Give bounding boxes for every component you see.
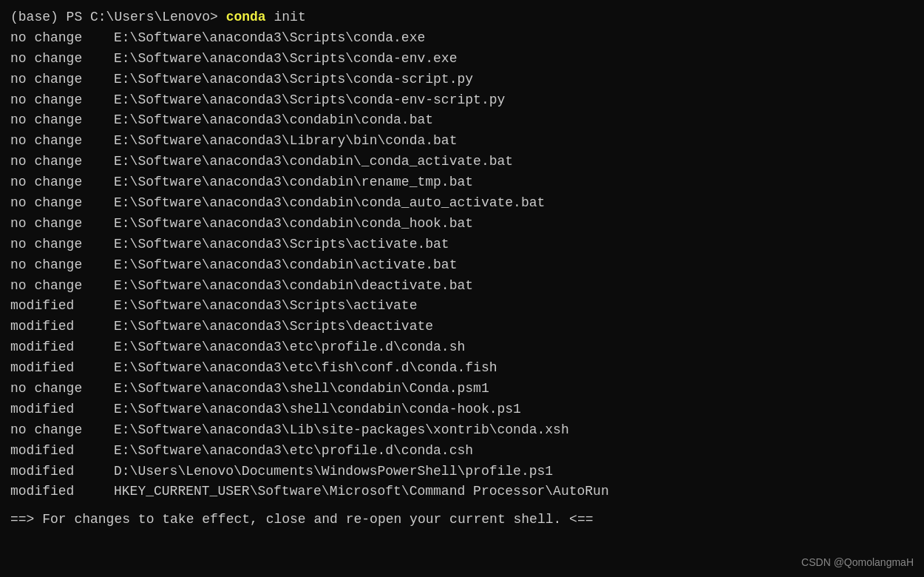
output-line: no changeE:\Software\anaconda3\condabin\… bbox=[10, 255, 914, 276]
summary-text: ==> For changes to take effect, close an… bbox=[10, 510, 594, 530]
status-label: no change bbox=[10, 214, 114, 234]
output-line: no changeE:\Software\anaconda3\condabin\… bbox=[10, 110, 914, 131]
status-label: modified bbox=[10, 337, 114, 358]
output-line: no changeE:\Software\anaconda3\Scripts\c… bbox=[10, 28, 914, 49]
output-line: no changeE:\Software\anaconda3\condabin\… bbox=[10, 193, 914, 214]
status-label: no change bbox=[10, 193, 114, 214]
output-line: no changeE:\Software\anaconda3\Scripts\a… bbox=[10, 234, 914, 255]
path-text: E:\Software\anaconda3\condabin\conda_aut… bbox=[114, 193, 545, 214]
status-label: no change bbox=[10, 70, 114, 90]
output-line: no changeE:\Software\anaconda3\Library\b… bbox=[10, 131, 914, 152]
output-line: no changeE:\Software\anaconda3\Lib\site-… bbox=[10, 420, 914, 441]
path-text: E:\Software\anaconda3\Scripts\conda.exe bbox=[114, 28, 425, 49]
path-text: E:\Software\anaconda3\Scripts\deactivate bbox=[114, 317, 433, 337]
status-label: no change bbox=[10, 379, 114, 399]
path-text: E:\Software\anaconda3\Lib\site-packages\… bbox=[114, 420, 569, 441]
output-line: modifiedE:\Software\anaconda3\Scripts\ac… bbox=[10, 296, 914, 317]
prompt-args: init bbox=[266, 7, 306, 28]
output-line: modifiedE:\Software\anaconda3\etc\profil… bbox=[10, 441, 914, 462]
path-text: E:\Software\anaconda3\etc\profile.d\cond… bbox=[114, 337, 465, 358]
output-line: modifiedE:\Software\anaconda3\shell\cond… bbox=[10, 399, 914, 420]
output-line: modifiedE:\Software\anaconda3\Scripts\de… bbox=[10, 317, 914, 337]
status-label: no change bbox=[10, 276, 114, 297]
output-line: no changeE:\Software\anaconda3\condabin\… bbox=[10, 214, 914, 234]
prompt-line: (base) PS C:\Users\Lenovo> conda init bbox=[10, 7, 914, 28]
output-line: no changeE:\Software\anaconda3\Scripts\c… bbox=[10, 49, 914, 70]
path-text: HKEY_CURRENT_USER\Software\Microsoft\Com… bbox=[114, 482, 609, 502]
status-label: modified bbox=[10, 296, 114, 317]
path-text: E:\Software\anaconda3\condabin\conda.bat bbox=[114, 110, 433, 131]
path-text: E:\Software\anaconda3\Scripts\conda-scri… bbox=[114, 70, 473, 90]
path-text: E:\Software\anaconda3\Library\bin\conda.… bbox=[114, 131, 457, 152]
summary-line: ==> For changes to take effect, close an… bbox=[10, 510, 914, 530]
output-line: no changeE:\Software\anaconda3\condabin\… bbox=[10, 172, 914, 193]
output-line: no changeE:\Software\anaconda3\Scripts\c… bbox=[10, 90, 914, 111]
output-line: no changeE:\Software\anaconda3\Scripts\c… bbox=[10, 70, 914, 90]
output-line: no changeE:\Software\anaconda3\condabin\… bbox=[10, 152, 914, 172]
path-text: E:\Software\anaconda3\condabin\_conda_ac… bbox=[114, 152, 513, 172]
watermark: CSDN @QomolangmaH bbox=[801, 556, 914, 568]
output-line: modifiedE:\Software\anaconda3\etc\profil… bbox=[10, 337, 914, 358]
prompt-prefix: (base) PS C:\Users\Lenovo> bbox=[10, 7, 226, 28]
path-text: E:\Software\anaconda3\etc\fish\conf.d\co… bbox=[114, 358, 497, 379]
status-label: modified bbox=[10, 358, 114, 379]
output-line: modifiedHKEY_CURRENT_USER\Software\Micro… bbox=[10, 482, 914, 502]
status-label: no change bbox=[10, 234, 114, 255]
path-text: E:\Software\anaconda3\condabin\rename_tm… bbox=[114, 172, 473, 193]
output-line: no changeE:\Software\anaconda3\condabin\… bbox=[10, 276, 914, 297]
output-line: modifiedE:\Software\anaconda3\etc\fish\c… bbox=[10, 358, 914, 379]
path-text: E:\Software\anaconda3\Scripts\conda-env.… bbox=[114, 49, 457, 70]
status-label: modified bbox=[10, 482, 114, 502]
status-label: no change bbox=[10, 131, 114, 152]
status-label: no change bbox=[10, 152, 114, 172]
status-label: modified bbox=[10, 399, 114, 420]
terminal-window: (base) PS C:\Users\Lenovo> conda init no… bbox=[0, 0, 924, 577]
status-label: no change bbox=[10, 420, 114, 441]
path-text: E:\Software\anaconda3\shell\condabin\Con… bbox=[114, 379, 489, 399]
path-text: E:\Software\anaconda3\Scripts\activate.b… bbox=[114, 234, 449, 255]
status-label: no change bbox=[10, 172, 114, 193]
prompt-command: conda bbox=[226, 7, 266, 28]
path-text: E:\Software\anaconda3\etc\profile.d\cond… bbox=[114, 441, 473, 462]
path-text: E:\Software\anaconda3\Scripts\conda-env-… bbox=[114, 90, 505, 111]
status-label: no change bbox=[10, 28, 114, 49]
status-label: no change bbox=[10, 255, 114, 276]
path-text: E:\Software\anaconda3\condabin\conda_hoo… bbox=[114, 214, 473, 234]
output-lines: no changeE:\Software\anaconda3\Scripts\c… bbox=[10, 28, 914, 502]
output-line: modifiedD:\Users\Lenovo\Documents\Window… bbox=[10, 462, 914, 482]
status-label: no change bbox=[10, 110, 114, 131]
status-label: no change bbox=[10, 49, 114, 70]
path-text: E:\Software\anaconda3\Scripts\activate bbox=[114, 296, 417, 317]
path-text: E:\Software\anaconda3\condabin\deactivat… bbox=[114, 276, 473, 297]
status-label: modified bbox=[10, 441, 114, 462]
status-label: modified bbox=[10, 462, 114, 482]
path-text: D:\Users\Lenovo\Documents\WindowsPowerSh… bbox=[114, 462, 553, 482]
status-label: modified bbox=[10, 317, 114, 337]
path-text: E:\Software\anaconda3\shell\condabin\con… bbox=[114, 399, 521, 420]
output-line: no changeE:\Software\anaconda3\shell\con… bbox=[10, 379, 914, 399]
status-label: no change bbox=[10, 90, 114, 111]
path-text: E:\Software\anaconda3\condabin\activate.… bbox=[114, 255, 457, 276]
